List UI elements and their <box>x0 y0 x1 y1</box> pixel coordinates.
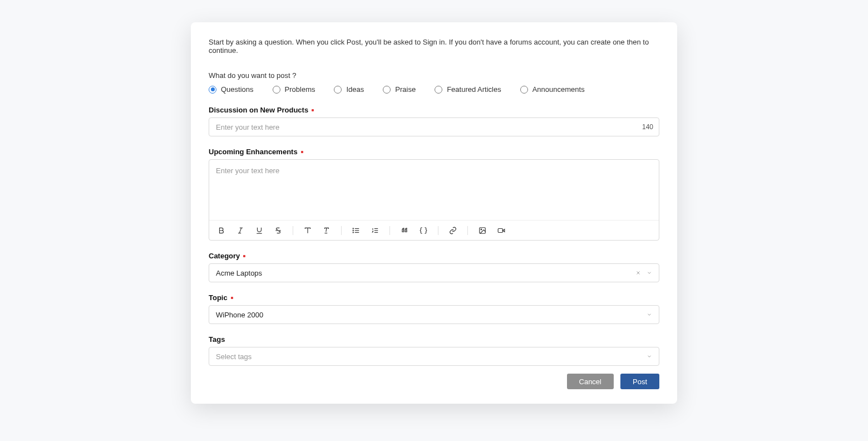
category-label: Category <box>209 252 659 260</box>
font-size-icon[interactable] <box>303 226 312 235</box>
title-char-count: 140 <box>642 123 653 131</box>
tags-select[interactable]: Select tags <box>209 347 659 366</box>
title-label: Discussion on New Products <box>209 106 659 114</box>
tags-label-text: Tags <box>209 335 225 344</box>
toolbar-separator <box>341 226 342 235</box>
strikethrough-icon[interactable] <box>274 226 283 235</box>
toolbar-separator <box>467 226 468 235</box>
underline-icon[interactable] <box>255 226 264 235</box>
radio-circle-icon <box>520 86 528 94</box>
radio-praise[interactable]: Praise <box>383 85 416 94</box>
svg-rect-19 <box>498 228 502 232</box>
clear-icon[interactable] <box>635 270 641 276</box>
radio-label: Questions <box>221 85 254 94</box>
radio-problems[interactable]: Problems <box>273 85 315 94</box>
required-indicator-icon <box>301 151 303 153</box>
topic-label-text: Topic <box>209 293 228 302</box>
body-textarea[interactable]: Enter your text here <box>209 160 659 220</box>
radio-label: Praise <box>395 85 416 94</box>
chevron-down-icon <box>647 354 652 359</box>
form-footer: Cancel Post <box>209 374 659 389</box>
body-editor: Enter your text here <box>209 159 659 241</box>
tags-placeholder: Select tags <box>216 352 251 361</box>
category-label-text: Category <box>209 252 240 260</box>
category-select[interactable]: Acme Laptops <box>209 263 659 282</box>
radio-featured-articles[interactable]: Featured Articles <box>435 85 501 94</box>
image-icon[interactable] <box>478 226 487 235</box>
radio-circle-icon <box>209 86 216 94</box>
chevron-down-icon <box>647 270 652 276</box>
topic-label: Topic <box>209 293 659 302</box>
unordered-list-icon[interactable] <box>352 226 361 235</box>
title-input-wrapper: 140 <box>209 117 659 136</box>
radio-ideas[interactable]: Ideas <box>334 85 364 94</box>
body-label-text: Upcoming Enhancements <box>209 148 298 156</box>
radio-circle-icon <box>273 86 280 94</box>
toolbar-separator <box>389 226 390 235</box>
svg-line-2 <box>239 228 241 233</box>
ordered-list-icon[interactable] <box>371 226 379 235</box>
chevron-down-icon <box>647 312 652 317</box>
toolbar-separator <box>438 226 438 235</box>
radio-label: Featured Articles <box>447 85 501 94</box>
clear-format-icon[interactable] <box>322 226 331 235</box>
post-type-radio-group: Questions Problems Ideas Praise Featured… <box>209 85 659 94</box>
svg-point-11 <box>353 228 353 228</box>
radio-questions[interactable]: Questions <box>209 85 254 94</box>
cancel-button[interactable]: Cancel <box>567 374 614 389</box>
radio-announcements[interactable]: Announcements <box>520 85 585 94</box>
toolbar-separator <box>293 226 293 235</box>
radio-circle-icon <box>383 86 391 94</box>
radio-circle-icon <box>334 86 342 94</box>
svg-point-12 <box>353 230 353 231</box>
svg-point-13 <box>353 232 353 232</box>
radio-circle-icon <box>435 86 442 94</box>
required-indicator-icon <box>312 109 314 111</box>
radio-label: Ideas <box>346 85 364 94</box>
required-indicator-icon <box>231 297 233 299</box>
intro-text: Start by asking a question. When you cli… <box>209 38 659 55</box>
quote-icon[interactable] <box>400 226 409 235</box>
topic-select[interactable]: WiPhone 2000 <box>209 305 659 324</box>
title-input[interactable] <box>216 123 652 131</box>
bold-icon[interactable] <box>217 226 226 235</box>
code-block-icon[interactable] <box>419 226 428 235</box>
italic-icon[interactable] <box>236 226 245 235</box>
required-indicator-icon <box>243 255 245 257</box>
editor-toolbar <box>209 220 659 240</box>
body-label: Upcoming Enhancements <box>209 148 659 156</box>
radio-label: Problems <box>285 85 315 94</box>
svg-point-18 <box>481 229 482 230</box>
video-icon[interactable] <box>497 226 506 235</box>
post-form-card: Start by asking a question. When you cli… <box>191 22 677 404</box>
tags-label: Tags <box>209 335 659 344</box>
svg-line-6 <box>326 228 327 232</box>
category-value: Acme Laptops <box>216 269 262 277</box>
topic-value: WiPhone 2000 <box>216 311 263 319</box>
post-button[interactable]: Post <box>620 374 659 389</box>
post-type-prompt: What do you want to post ? <box>209 71 659 80</box>
title-label-text: Discussion on New Products <box>209 106 308 114</box>
radio-label: Announcements <box>532 85 585 94</box>
link-icon[interactable] <box>448 226 457 235</box>
